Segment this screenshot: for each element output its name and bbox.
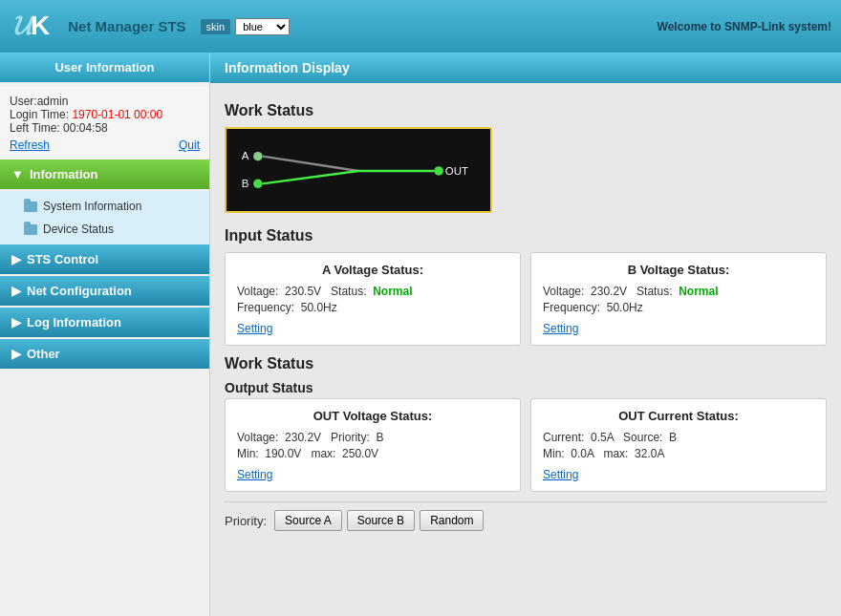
log-label: Log Information bbox=[27, 315, 121, 329]
svg-point-4 bbox=[253, 180, 263, 189]
login-time-label: Login Time: bbox=[10, 108, 69, 121]
out-voltage-setting-link[interactable]: Setting bbox=[237, 468, 272, 481]
quit-link[interactable]: Quit bbox=[179, 138, 200, 152]
out-voltage-value: 230.2V bbox=[285, 431, 321, 444]
b-voltage-card: B Voltage Status: Voltage: 230.2V Status… bbox=[530, 252, 827, 346]
output-status-cards: OUT Voltage Status: Voltage: 230.2V Prio… bbox=[225, 398, 827, 492]
out-voltage-minmax-row: Min: 190.0V max: 250.0V bbox=[237, 447, 508, 460]
out-voltage-label: Voltage: bbox=[237, 431, 278, 444]
left-time-label: Left Time: bbox=[10, 121, 60, 135]
sidebar-item-log-information[interactable]: ▶ Log Information bbox=[0, 308, 209, 337]
source-b-button[interactable]: Source B bbox=[347, 510, 415, 531]
out-source-value: B bbox=[669, 431, 677, 444]
sidebar: User Information User:admin Login Time: … bbox=[0, 53, 210, 616]
a-voltage-label: Voltage: bbox=[237, 285, 278, 298]
a-frequency-value: 50.0Hz bbox=[301, 301, 337, 314]
welcome-text: Welcome to SNMP-Link system! bbox=[658, 20, 831, 33]
work-status-diagram: A B OUT bbox=[225, 127, 492, 213]
refresh-link[interactable]: Refresh bbox=[10, 138, 50, 152]
out-current-setting-link[interactable]: Setting bbox=[543, 468, 578, 481]
out-voltage-card: OUT Voltage Status: Voltage: 230.2V Prio… bbox=[225, 398, 521, 492]
out-current-max-label: max: bbox=[603, 447, 628, 460]
left-time-value: 00:04:58 bbox=[63, 121, 108, 135]
a-status-value: Normal bbox=[373, 285, 412, 298]
out-max-label: max: bbox=[311, 447, 335, 460]
b-status-label: Status: bbox=[636, 285, 672, 298]
net-arrow: ▶ bbox=[11, 284, 21, 298]
out-current-title: OUT Current Status: bbox=[543, 409, 814, 423]
a-voltage-card: A Voltage Status: Voltage: 230.5V Status… bbox=[225, 252, 521, 346]
b-frequency-row: Frequency: 50.0Hz bbox=[543, 301, 814, 314]
input-status-title: Input Status bbox=[225, 227, 827, 244]
random-button[interactable]: Random bbox=[420, 510, 484, 531]
sidebar-item-other[interactable]: ▶ Other bbox=[0, 339, 209, 369]
login-time: Login Time: 1970-01-01 00:00 bbox=[10, 108, 200, 121]
out-voltage-row: Voltage: 230.2V Priority: B bbox=[237, 431, 508, 444]
sidebar-item-sts-control[interactable]: ▶ STS Control bbox=[0, 244, 209, 274]
sts-label: STS Control bbox=[27, 252, 98, 266]
app-title: Net Manager STS bbox=[68, 18, 185, 34]
out-current-card: OUT Current Status: Current: 0.5A Source… bbox=[530, 398, 827, 492]
other-arrow: ▶ bbox=[11, 347, 21, 361]
output-status-title: Output Status bbox=[225, 380, 827, 395]
theme-select[interactable]: blue green red bbox=[235, 18, 290, 35]
work-status-title: Work Status bbox=[225, 102, 827, 119]
sts-diagram-svg: A B OUT bbox=[226, 129, 490, 211]
user-name: User:admin bbox=[10, 95, 200, 108]
out-priority-value: B bbox=[376, 431, 383, 444]
a-frequency-label: Frequency: bbox=[237, 301, 294, 314]
theme-selector: skin blue green red bbox=[201, 18, 291, 35]
out-min-label: Min: bbox=[237, 447, 259, 460]
priority-bar: Priority: Source A Source B Random bbox=[225, 501, 827, 539]
sidebar-item-device-status[interactable]: Device Status bbox=[0, 218, 209, 241]
folder-icon-system bbox=[24, 202, 37, 212]
other-label: Other bbox=[27, 347, 60, 361]
svg-point-3 bbox=[253, 152, 263, 161]
sidebar-item-information[interactable]: ▼ Information bbox=[0, 159, 209, 189]
priority-label: Priority: bbox=[225, 514, 267, 528]
b-frequency-value: 50.0Hz bbox=[607, 301, 643, 314]
left-time: Left Time: 00:04:58 bbox=[10, 121, 200, 135]
login-time-value: 1970-01-01 00:00 bbox=[72, 108, 162, 121]
log-arrow: ▶ bbox=[11, 315, 21, 329]
out-current-value: 0.5A bbox=[591, 431, 614, 444]
b-voltage-label: Voltage: bbox=[543, 285, 584, 298]
b-voltage-title: B Voltage Status: bbox=[543, 263, 814, 277]
sidebar-item-system-information[interactable]: System Information bbox=[0, 195, 209, 218]
system-info-label: System Information bbox=[43, 200, 141, 213]
svg-text:OUT: OUT bbox=[445, 165, 468, 177]
a-voltage-row: Voltage: 230.5V Status: Normal bbox=[237, 285, 508, 298]
out-current-min-value: 0.0A bbox=[571, 447, 593, 460]
input-status-cards: A Voltage Status: Voltage: 230.5V Status… bbox=[225, 252, 827, 346]
sidebar-item-net-configuration[interactable]: ▶ Net Configuration bbox=[0, 276, 209, 306]
sts-arrow: ▶ bbox=[11, 252, 21, 266]
information-arrow: ▼ bbox=[11, 167, 24, 181]
svg-text:B: B bbox=[242, 178, 249, 189]
user-info-header: User Information bbox=[0, 53, 209, 82]
out-current-row: Current: 0.5A Source: B bbox=[543, 431, 814, 444]
net-label: Net Configuration bbox=[27, 284, 132, 298]
user-links: Refresh Quit bbox=[10, 138, 200, 152]
source-a-button[interactable]: Source A bbox=[274, 510, 342, 531]
out-min-value: 190.0V bbox=[265, 447, 301, 460]
folder-icon-device bbox=[24, 224, 37, 235]
a-frequency-row: Frequency: 50.0Hz bbox=[237, 301, 508, 314]
user-info-block: User:admin Login Time: 1970-01-01 00:00 … bbox=[0, 87, 209, 159]
information-label: Information bbox=[30, 167, 98, 181]
logo: 𝓤K bbox=[14, 11, 49, 42]
a-voltage-setting-link[interactable]: Setting bbox=[237, 322, 272, 335]
out-current-minmax-row: Min: 0.0A max: 32.0A bbox=[543, 447, 814, 460]
b-voltage-value: 230.2V bbox=[591, 285, 627, 298]
device-status-label: Device Status bbox=[43, 223, 114, 236]
a-status-label: Status: bbox=[331, 285, 366, 298]
out-source-label: Source: bbox=[623, 431, 662, 444]
b-frequency-label: Frequency: bbox=[543, 301, 600, 314]
b-voltage-setting-link[interactable]: Setting bbox=[543, 322, 578, 335]
information-subnav: System Information Device Status bbox=[0, 191, 209, 244]
a-voltage-title: A Voltage Status: bbox=[237, 263, 508, 277]
main-layout: User Information User:admin Login Time: … bbox=[0, 53, 841, 616]
out-priority-label: Priority: bbox=[331, 431, 370, 444]
out-voltage-title: OUT Voltage Status: bbox=[237, 409, 508, 423]
out-current-label: Current: bbox=[543, 431, 584, 444]
svg-point-5 bbox=[434, 166, 443, 176]
